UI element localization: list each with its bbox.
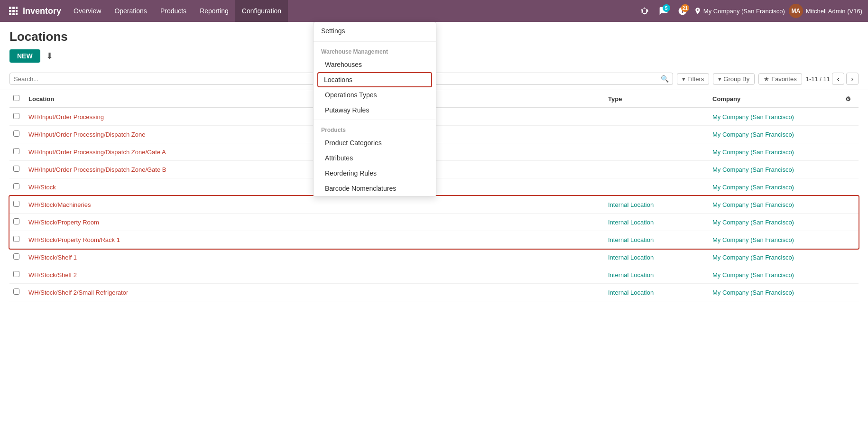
location-link[interactable]: WH/Stock/Shelf 2/Small Refrigerator (28, 289, 128, 296)
configuration-dropdown[interactable]: Settings Warehouse Management Warehouses… (313, 22, 436, 196)
dropdown-putaway-rules[interactable]: Putaway Rules (314, 102, 436, 118)
table-row: WH/Stock/Shelf 1 Internal Location My Co… (9, 249, 859, 266)
row-checkbox-cell (9, 178, 25, 196)
dropdown-locations[interactable]: Locations (317, 72, 432, 87)
row-checkbox-cell (9, 284, 25, 301)
nav-configuration[interactable]: Configuration (235, 0, 288, 22)
dropdown-operations-types[interactable]: Operations Types (314, 87, 436, 102)
user-menu[interactable]: MA Mitchell Admin (V16) (789, 4, 862, 18)
nav-overview[interactable]: Overview (67, 0, 108, 22)
settings-header: ⚙ (841, 90, 859, 108)
row-location: WH/Stock/Shelf 2 (25, 266, 604, 284)
row-checkbox-cell (9, 126, 25, 143)
svg-rect-1 (12, 7, 15, 9)
row-settings (841, 126, 859, 143)
pagination-next[interactable]: › (846, 73, 859, 85)
location-link[interactable]: WH/Input/Order Processing/Dispatch Zone (28, 131, 145, 138)
groupby-icon: ▾ (718, 75, 721, 83)
activities-icon-button[interactable]: 21 (675, 3, 690, 19)
location-link[interactable]: WH/Stock/Shelf 1 (28, 254, 77, 261)
row-checkbox[interactable] (13, 113, 19, 119)
select-all-checkbox[interactable] (13, 95, 19, 101)
row-checkbox[interactable] (13, 236, 19, 242)
row-type (604, 126, 709, 143)
table-row: WH/Stock/Shelf 2/Small Refrigerator Inte… (9, 284, 859, 301)
row-company: My Company (San Francisco) (709, 231, 841, 249)
table-row: WH/Stock/Property Room/Rack 1 Internal L… (9, 231, 859, 249)
row-company: My Company (San Francisco) (709, 126, 841, 143)
pagination-prev[interactable]: ‹ (832, 73, 844, 85)
dropdown-product-categories[interactable]: Product Categories (314, 135, 436, 150)
row-checkbox[interactable] (13, 130, 19, 137)
select-all-header (9, 90, 25, 108)
location-link[interactable]: WH/Input/Order Processing/Dispatch Zone/… (28, 149, 166, 156)
svg-rect-4 (12, 10, 15, 12)
company-value[interactable]: My Company (San Francisco) (712, 271, 794, 279)
location-link[interactable]: WH/Input/Order Processing (28, 113, 104, 121)
dropdown-reordering-rules[interactable]: Reordering Rules (314, 166, 436, 181)
new-button[interactable]: NEW (9, 49, 40, 63)
company-value[interactable]: My Company (San Francisco) (712, 113, 794, 121)
row-settings (841, 266, 859, 284)
row-settings (841, 196, 859, 214)
messages-icon-button[interactable]: 5 (656, 3, 671, 19)
company-value[interactable]: My Company (San Francisco) (712, 149, 794, 156)
bug-icon-button[interactable] (637, 3, 652, 19)
pagination-text: 1-11 / 11 (806, 75, 830, 83)
row-checkbox-cell (9, 249, 25, 266)
row-checkbox-cell (9, 143, 25, 161)
company-value[interactable]: My Company (San Francisco) (712, 219, 794, 226)
company-value[interactable]: My Company (San Francisco) (712, 289, 794, 296)
row-checkbox[interactable] (13, 166, 19, 172)
location-link[interactable]: WH/Stock/Shelf 2 (28, 271, 77, 279)
row-checkbox[interactable] (13, 253, 19, 260)
row-checkbox[interactable] (13, 148, 19, 154)
top-navigation: Inventory Overview Operations Products R… (0, 0, 868, 22)
star-icon: ★ (764, 75, 769, 83)
company-value[interactable]: My Company (San Francisco) (712, 201, 794, 208)
row-checkbox[interactable] (13, 218, 19, 224)
type-value: Internal Location (608, 201, 654, 208)
dropdown-barcode-nomenclatures[interactable]: Barcode Nomenclatures (314, 181, 436, 196)
row-checkbox[interactable] (13, 183, 19, 189)
location-link[interactable]: WH/Stock/Property Room/Rack 1 (28, 236, 120, 243)
company-value[interactable]: My Company (San Francisco) (712, 236, 794, 243)
company-value[interactable]: My Company (San Francisco) (712, 166, 794, 173)
company-value[interactable]: My Company (San Francisco) (712, 184, 794, 191)
svg-rect-0 (9, 7, 11, 9)
row-checkbox-cell (9, 161, 25, 178)
apps-menu-button[interactable] (6, 3, 21, 19)
nav-products[interactable]: Products (154, 0, 193, 22)
dropdown-settings[interactable]: Settings (314, 22, 436, 39)
favorites-button[interactable]: ★ Favorites (758, 73, 802, 85)
svg-rect-3 (9, 10, 11, 12)
download-button[interactable]: ⬇ (44, 49, 55, 63)
location-link[interactable]: WH/Stock (28, 184, 56, 191)
activities-badge: 21 (681, 4, 689, 12)
nav-reporting[interactable]: Reporting (193, 0, 235, 22)
row-company: My Company (San Francisco) (709, 214, 841, 231)
location-link[interactable]: WH/Input/Order Processing/Dispatch Zone/… (28, 166, 166, 173)
table-row: WH/Stock/Machineries Internal Location M… (9, 196, 859, 214)
svg-rect-5 (16, 10, 18, 12)
row-checkbox[interactable] (13, 289, 19, 295)
row-checkbox[interactable] (13, 271, 19, 277)
row-company: My Company (San Francisco) (709, 249, 841, 266)
company-selector[interactable]: My Company (San Francisco) (694, 7, 785, 15)
company-value[interactable]: My Company (San Francisco) (712, 254, 794, 261)
company-name: My Company (San Francisco) (703, 8, 785, 15)
type-value: Internal Location (608, 219, 654, 226)
search-icon: 🔍 (661, 75, 669, 83)
location-link[interactable]: WH/Stock/Property Room (28, 219, 99, 226)
nav-operations[interactable]: Operations (108, 0, 153, 22)
group-by-button[interactable]: ▾ Group By (713, 73, 755, 85)
row-checkbox[interactable] (13, 201, 19, 207)
company-value[interactable]: My Company (San Francisco) (712, 131, 794, 138)
row-type (604, 108, 709, 126)
location-link[interactable]: WH/Stock/Machineries (28, 201, 91, 208)
dropdown-attributes[interactable]: Attributes (314, 150, 436, 166)
row-type (604, 143, 709, 161)
dropdown-warehouses[interactable]: Warehouses (314, 57, 436, 72)
filters-button[interactable]: ▾ Filters (677, 73, 709, 85)
table-row: WH/Stock/Property Room Internal Location… (9, 214, 859, 231)
